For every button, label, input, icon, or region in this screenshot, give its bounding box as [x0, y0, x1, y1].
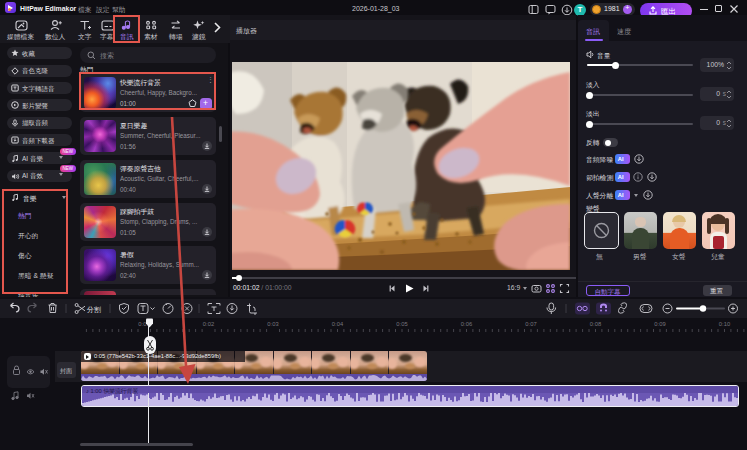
svg-text:分割: 分割: [86, 306, 101, 313]
